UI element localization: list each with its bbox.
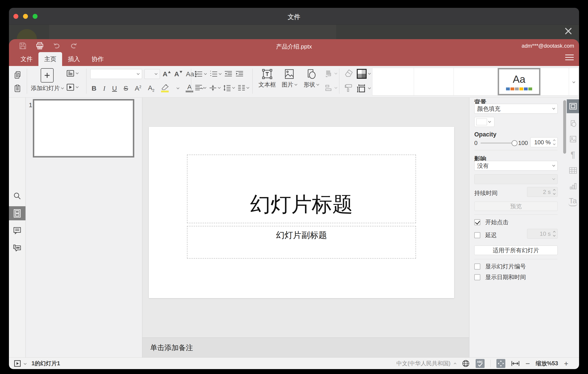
show-date-time-label: 显示日期和时间 (485, 273, 526, 281)
text-art-settings-icon[interactable]: Ta (567, 195, 579, 208)
text-box-button[interactable]: 文本框 (257, 68, 277, 88)
zoom-in-icon[interactable]: + (564, 360, 568, 367)
underline-icon[interactable]: U (112, 85, 117, 92)
menu-icon[interactable] (565, 53, 574, 62)
strikethrough-icon[interactable]: S (124, 85, 128, 92)
show-date-time-checkbox[interactable] (474, 274, 480, 280)
fill-color-swatch[interactable] (474, 117, 494, 127)
chat-icon[interactable] (9, 242, 25, 254)
zoom-out-icon[interactable]: − (525, 360, 530, 367)
theme-option-3[interactable] (454, 68, 498, 95)
columns-icon[interactable] (238, 85, 249, 91)
font-name-select[interactable] (90, 69, 142, 79)
duration-label: 持续时间 (474, 189, 497, 197)
theme-gallery-expand-icon[interactable] (569, 68, 579, 96)
panel-scrollbar[interactable] (563, 100, 566, 154)
shape-settings-icon[interactable] (567, 117, 579, 130)
slide-canvas[interactable]: 幻灯片标题 幻灯片副标题 (149, 127, 454, 298)
opacity-value-spinner[interactable]: 100 % (530, 137, 558, 147)
delay-label: 延迟 (485, 231, 497, 239)
slide-thumbnail[interactable] (33, 99, 134, 157)
language-selector[interactable]: 中文(中华人民共和国) (397, 360, 456, 367)
table-settings-icon[interactable] (567, 164, 579, 177)
subtitle-placeholder[interactable]: 幻灯片副标题 (187, 226, 416, 259)
font-size-select[interactable] (144, 69, 160, 79)
slides-panel-icon[interactable] (9, 206, 25, 220)
italic-icon[interactable]: I (103, 85, 105, 92)
start-on-click-row: 开始点击 (474, 218, 508, 226)
start-slideshow-icon[interactable] (66, 83, 78, 91)
duration-spinner[interactable]: 2 s (527, 187, 558, 197)
effect-select[interactable]: 没有 (474, 161, 558, 171)
slide-layout-icon[interactable] (66, 69, 78, 78)
tab-home[interactable]: 主页 (38, 52, 62, 66)
slide-size-icon[interactable] (357, 84, 370, 93)
vertical-align-icon[interactable] (209, 85, 220, 91)
slideshow-options-chevron-icon[interactable] (24, 362, 27, 365)
color-scheme-icon[interactable] (357, 69, 370, 79)
paste-icon[interactable] (12, 83, 24, 94)
delay-spinner[interactable]: 10 s (527, 229, 558, 239)
show-slide-number-checkbox[interactable] (474, 264, 480, 270)
show-slide-number-label: 显示幻灯片编号 (485, 263, 526, 270)
fill-type-select[interactable]: 颜色填充 (474, 104, 558, 114)
font-color-icon[interactable]: A (186, 84, 193, 92)
title-placeholder[interactable]: 幻灯片标题 (187, 154, 416, 223)
opacity-label: Opacity (474, 131, 496, 138)
start-on-click-checkbox[interactable] (474, 219, 480, 225)
image-button[interactable]: 图片 (280, 68, 299, 88)
spell-check-icon[interactable]: ABC (476, 359, 484, 368)
theme-option-selected[interactable]: Aa (498, 68, 540, 95)
preview-button[interactable]: 预览 (474, 201, 558, 211)
comments-icon[interactable] (9, 224, 25, 237)
align-objects-icon[interactable] (324, 83, 337, 92)
line-spacing-icon[interactable] (223, 85, 235, 91)
copy-icon[interactable] (12, 69, 24, 81)
superscript-icon[interactable]: A2 (135, 85, 141, 92)
image-settings-icon[interactable] (567, 133, 579, 145)
theme-palette (506, 88, 532, 90)
theme-gallery: Aa (372, 68, 569, 96)
status-bar: 1的幻灯片1 中文(中华人民共和国) ABC − 缩放%53 + (9, 357, 579, 369)
increase-indent-icon[interactable] (235, 70, 243, 78)
search-icon[interactable] (9, 190, 25, 202)
notes-area[interactable]: 单击添加备注 (142, 338, 469, 358)
slide-settings-icon[interactable] (567, 99, 579, 113)
bullet-list-icon[interactable] (195, 70, 206, 78)
numbered-list-icon[interactable] (210, 70, 221, 78)
fit-to-width-icon[interactable] (511, 360, 520, 367)
left-toolbar-rail (9, 98, 26, 357)
bold-icon[interactable]: B (92, 85, 96, 92)
close-icon[interactable] (563, 26, 573, 36)
effect-variant-select[interactable] (474, 174, 558, 184)
arrange-icon[interactable] (324, 69, 337, 78)
increase-font-icon[interactable]: A (163, 69, 171, 79)
opacity-slider[interactable]: 0 100 (474, 140, 528, 146)
tab-collaborate[interactable]: 协作 (86, 52, 109, 66)
paragraph-settings-icon[interactable]: ¶ (567, 149, 579, 161)
apply-to-all-button[interactable]: 适用于所有幻灯片 (474, 246, 558, 255)
clear-style-icon[interactable] (343, 69, 353, 77)
shape-button[interactable]: 形状 (301, 68, 321, 88)
set-language-icon[interactable] (462, 360, 470, 367)
subscript-icon[interactable]: A2 (148, 84, 154, 93)
fit-to-slide-icon[interactable] (496, 359, 505, 368)
app-window: 文件 产品介绍.pptx adm***@dootask.com 文件 主页 (9, 8, 579, 369)
decrease-font-icon[interactable]: A (174, 69, 182, 79)
theme-option-2[interactable] (414, 68, 454, 95)
add-slide-button[interactable]: 添加幻灯片 (30, 68, 64, 96)
opacity-slider-knob[interactable] (512, 140, 517, 146)
copy-style-icon[interactable] (344, 83, 353, 92)
chart-settings-icon[interactable] (567, 180, 579, 192)
tab-file[interactable]: 文件 (15, 52, 38, 66)
decrease-indent-icon[interactable] (224, 70, 232, 78)
zoom-level: 缩放%53 (536, 360, 558, 367)
theme-option-5[interactable] (540, 68, 569, 95)
user-email: adm***@dootask.com (522, 43, 574, 49)
delay-checkbox[interactable] (474, 232, 480, 238)
tab-insert[interactable]: 插入 (62, 52, 86, 66)
start-slideshow-status-icon[interactable] (14, 360, 21, 367)
highlight-color-icon[interactable] (161, 84, 169, 92)
theme-option-1[interactable] (372, 68, 414, 95)
horizontal-align-icon[interactable] (195, 85, 206, 91)
